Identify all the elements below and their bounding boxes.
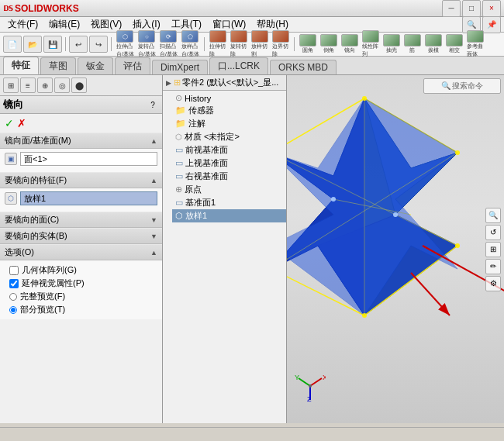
tab-feature[interactable]: 特征 — [3, 57, 39, 74]
extrude-cut-group[interactable]: 拉伸切除 — [208, 30, 228, 58]
mirror-feature-label: 要镜向的特征(F) — [5, 174, 67, 186]
chamfer-label: 倒角 — [323, 47, 334, 54]
menu-file[interactable]: 文件(F) — [3, 17, 43, 32]
intersect-group[interactable]: 相交 — [444, 34, 464, 54]
tree-item-origin[interactable]: ⊕ 原点 — [172, 183, 286, 196]
svg-point-15 — [455, 243, 460, 248]
search-command-btn[interactable]: 🔍 搜索命令 — [423, 78, 501, 94]
sep4 — [294, 37, 295, 51]
mirror-face-c-label: 要镜向的面(C) — [5, 214, 59, 226]
mirror-panel-title: 镜向 — [3, 98, 23, 112]
view-btn-3[interactable]: ⊞ — [485, 242, 501, 257]
chamfer-group[interactable]: 倒角 — [319, 34, 339, 54]
tree-item-material[interactable]: ⬡ 材质 <未指定> — [172, 130, 286, 143]
boundary-cut-group[interactable]: 边界切除 — [271, 30, 291, 58]
toolbar-tools3: 圆角 倒角 镜向 线性阵列 抽壳 筋 — [298, 30, 485, 58]
options-content: 几何体阵列(G) 延伸视觉属性(P) 完整预览(F) 部分预览(T) — [0, 260, 162, 319]
options-section-header[interactable]: 选项(O) ▲ — [0, 244, 162, 260]
panel-icon-5[interactable]: ⬤ — [71, 78, 87, 93]
window-controls: ─ □ × — [442, 0, 501, 17]
cancel-btn[interactable]: ✗ — [17, 117, 26, 129]
mirror-feature-section-header[interactable]: 要镜向的特征(F) ▲ — [0, 172, 162, 188]
shell-group[interactable]: 抽壳 — [381, 34, 402, 54]
mirror-feature-arrow: ▲ — [150, 177, 157, 184]
menu-edit[interactable]: 编辑(E) — [44, 17, 85, 32]
revolve-group[interactable]: ○ 旋转凸台/基体 — [136, 30, 157, 58]
toolbar-tools2: 拉伸切除 旋转切除 放样切割 边界切除 — [208, 30, 291, 58]
panel-icon-2[interactable]: ≡ — [20, 78, 36, 93]
svg-point-16 — [362, 313, 367, 318]
redo-btn[interactable]: ↪ — [89, 36, 108, 53]
tab-dimxpert[interactable]: DimXpert — [152, 60, 208, 74]
new-btn[interactable]: 📄 — [3, 36, 22, 53]
tree-item-right-plane[interactable]: ▭ 右视基准面 — [172, 170, 286, 183]
mirror-feature-selected[interactable]: 放样1 — [20, 191, 157, 205]
mirror-panel-header: 镜向 ? — [0, 96, 162, 114]
panel-icon-1[interactable]: ⊞ — [3, 78, 19, 93]
tab-evaluate[interactable]: 评估 — [115, 57, 150, 74]
tree-item-loft1-label: 放样1 — [185, 210, 207, 222]
tree-item-front-plane[interactable]: ▭ 前视基准面 — [172, 143, 286, 157]
reference-label: 参考曲面体 — [467, 43, 483, 58]
mirror-body-label: 要镜向的实体(B) — [5, 230, 67, 242]
panel-icon-4[interactable]: ◎ — [54, 78, 70, 93]
loft-group[interactable]: ⬠ 放样凸台/基体 — [180, 30, 201, 58]
mirror-help-btn[interactable]: ? — [147, 98, 159, 111]
mirror-face-section-header[interactable]: 镜向面/基准面(M) ▲ — [0, 133, 162, 149]
undo-btn[interactable]: ↩ — [69, 36, 88, 53]
tree-item-loft1[interactable]: ⬡ 放样1 — [172, 209, 286, 222]
full-preview-radio[interactable] — [9, 293, 17, 301]
accept-btn[interactable]: ✓ — [5, 117, 14, 129]
extend-visual-label: 延伸视觉属性(P) — [22, 277, 85, 289]
draft-group[interactable]: 拔模 — [423, 34, 444, 54]
view-btn-1[interactable]: 🔍 — [485, 208, 501, 223]
revolve-cut-group[interactable]: 旋转切除 — [229, 30, 249, 58]
panel-icon-3[interactable]: ⊕ — [37, 78, 53, 93]
svg-text:Y: Y — [295, 374, 299, 381]
tree-item-annotation[interactable]: 📁 注解 — [172, 117, 286, 130]
main-area: ⊞ ≡ ⊕ ◎ ⬤ 镜向 ? ✓ ✗ 镜向面/基准面(M) ▲ ▣ — [0, 75, 504, 423]
open-btn[interactable]: 📂 — [23, 36, 42, 53]
toolbar-area: 📄 📂 💾 ↩ ↪ ⬡ 拉伸凸台/基体 ○ 旋转凸台/基体 ⟳ 扫描凸台/基体 … — [0, 33, 504, 57]
tree-item-plane1[interactable]: ▭ 基准面1 — [172, 196, 286, 209]
rib-group[interactable]: 筋 — [402, 34, 423, 54]
mirror-group[interactable]: 镜向 — [340, 34, 360, 54]
tree-item-top-plane[interactable]: ▭ 上视基准面 — [172, 157, 286, 170]
maximize-btn[interactable]: □ — [462, 0, 481, 17]
svg-point-14 — [455, 150, 460, 155]
extend-visual-cb[interactable] — [9, 279, 19, 288]
tree-item-sensor[interactable]: 📁 传感器 — [172, 104, 286, 117]
tree-item-history[interactable]: ⊙ History — [172, 92, 286, 104]
tab-extra2[interactable]: ORKS MBD — [270, 60, 337, 74]
mirror-face-c-section-header[interactable]: 要镜向的面(C) ▼ — [0, 212, 162, 228]
partial-preview-radio[interactable] — [9, 306, 17, 314]
title-bar: 𝔻𝕊 SOLIDWORKS ─ □ × — [0, 0, 504, 17]
mirror-face-arrow: ▲ — [150, 137, 157, 145]
tree-root-item[interactable]: ▶ ⊞ 零件2 (默认<<默认>_显... — [163, 75, 286, 91]
axes-indicator: X Y Z — [295, 370, 326, 404]
fillet-group[interactable]: 圆角 — [298, 34, 318, 54]
save-btn[interactable]: 💾 — [43, 36, 62, 53]
minimize-btn[interactable]: ─ — [442, 0, 461, 17]
extrude-group[interactable]: ⬡ 拉伸凸台/基体 — [115, 30, 136, 58]
fillet-label: 圆角 — [302, 47, 313, 54]
tab-sheetmetal[interactable]: 钣金 — [78, 57, 113, 74]
reference-group[interactable]: 参考曲面体 — [465, 30, 485, 58]
pattern-group[interactable]: 线性阵列 — [361, 30, 381, 58]
view-btn-5[interactable]: ⚙ — [485, 276, 501, 291]
view-btn-2[interactable]: ↺ — [485, 225, 501, 240]
option-geometry-array: 几何体阵列(G) — [5, 264, 157, 277]
tab-sketch[interactable]: 草图 — [40, 57, 76, 74]
mirror-face-input[interactable] — [20, 152, 157, 166]
full-preview-label: 完整预览(F) — [20, 291, 65, 302]
tree-item-front-plane-label: 前视基准面 — [185, 144, 228, 156]
close-btn[interactable]: × — [482, 0, 501, 17]
mirror-body-section-header[interactable]: 要镜向的实体(B) ▼ — [0, 228, 162, 244]
tab-extra1[interactable]: 口...LCRK — [209, 57, 268, 74]
loft-cut-group[interactable]: 放样切割 — [250, 30, 270, 58]
feature-tree: ⊙ History 📁 传感器 📁 注解 ⬡ 材质 <未指定> ▭ 前视基准面 … — [163, 91, 286, 423]
svg-text:X: X — [323, 374, 326, 381]
sweep-group[interactable]: ⟳ 扫描凸台/基体 — [158, 30, 179, 58]
view-btn-4[interactable]: ✏ — [485, 259, 501, 274]
geometry-array-cb[interactable] — [9, 266, 19, 275]
